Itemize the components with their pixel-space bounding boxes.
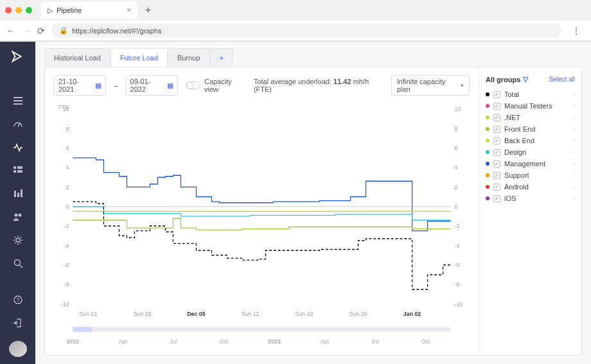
sidebar-icon-people[interactable] bbox=[12, 212, 24, 222]
underload-prefix: Total average underload: bbox=[254, 78, 333, 85]
toggle-switch-icon bbox=[186, 82, 200, 89]
chevron-right-icon: › bbox=[573, 195, 575, 202]
checkbox[interactable]: ✓ bbox=[493, 103, 500, 110]
tabs-row: Historical Load Future Load Burnup + bbox=[35, 42, 591, 67]
tab-historical-load[interactable]: Historical Load bbox=[44, 48, 110, 67]
checkbox[interactable]: ✓ bbox=[493, 91, 500, 98]
color-swatch bbox=[486, 127, 490, 131]
color-swatch bbox=[486, 196, 490, 200]
app-logo-icon[interactable] bbox=[11, 49, 25, 65]
tab-future-load[interactable]: Future Load bbox=[110, 48, 168, 67]
checkbox[interactable]: ✓ bbox=[493, 160, 500, 168]
window-maximize-dot[interactable] bbox=[26, 7, 32, 13]
svg-rect-51 bbox=[73, 327, 91, 332]
checkbox[interactable]: ✓ bbox=[493, 137, 500, 144]
svg-text:Oct: Oct bbox=[421, 338, 430, 345]
date-to-value: 09-01-2022 bbox=[130, 78, 164, 93]
group-item[interactable]: ✓Android› bbox=[486, 181, 575, 193]
svg-text:Sun 21: Sun 21 bbox=[79, 310, 97, 318]
svg-text:-2: -2 bbox=[454, 222, 459, 230]
svg-text:6: 6 bbox=[66, 144, 69, 152]
groups-list: ✓Total›✓Manual Testers›✓.NET›✓Front End›… bbox=[486, 89, 575, 204]
checkbox[interactable]: ✓ bbox=[493, 172, 500, 179]
svg-text:-4: -4 bbox=[454, 241, 459, 249]
group-item[interactable]: ✓Management› bbox=[486, 158, 575, 169]
group-item[interactable]: ✓Back End› bbox=[486, 135, 575, 146]
sidebar-icon-pulse[interactable] bbox=[12, 143, 24, 153]
sidebar-icon-grid[interactable] bbox=[12, 166, 24, 176]
nav-forward-icon[interactable]: → bbox=[22, 26, 31, 36]
plan-label: Infinite capacity plan bbox=[397, 78, 458, 93]
svg-rect-7 bbox=[17, 170, 22, 173]
color-swatch bbox=[486, 92, 490, 96]
checkbox[interactable]: ✓ bbox=[493, 184, 500, 191]
user-avatar[interactable] bbox=[9, 341, 27, 357]
group-label: Back End bbox=[504, 137, 534, 144]
svg-rect-8 bbox=[14, 191, 16, 197]
window-close-dot[interactable] bbox=[5, 7, 12, 13]
sidebar-icon-search[interactable] bbox=[12, 258, 24, 268]
browser-tab[interactable]: ▷ Pipeline × bbox=[41, 2, 137, 19]
date-from-value: 21-10-2021 bbox=[58, 78, 93, 93]
svg-text:4: 4 bbox=[66, 164, 69, 171]
chevron-right-icon: › bbox=[573, 149, 575, 155]
sidebar-icon-logout[interactable] bbox=[12, 318, 24, 328]
nav-reload-icon[interactable]: ⟳ bbox=[37, 26, 45, 36]
capacity-toggle[interactable]: Capacity view bbox=[186, 78, 246, 93]
svg-text:Sun 28: Sun 28 bbox=[133, 310, 151, 318]
tab-burnup[interactable]: Burnup bbox=[168, 48, 209, 67]
date-range-dash: – bbox=[114, 82, 118, 89]
svg-text:-4: -4 bbox=[64, 241, 69, 249]
address-bar[interactable]: 🔒 https://epicflow.net/#!/graphs bbox=[51, 23, 561, 38]
select-all-link[interactable]: Select all bbox=[549, 76, 575, 83]
checkbox[interactable]: ✓ bbox=[493, 149, 500, 156]
all-groups-header[interactable]: All groups ▽ bbox=[486, 75, 528, 83]
chevron-down-icon: ▾ bbox=[461, 82, 464, 89]
svg-text:-8: -8 bbox=[454, 281, 459, 288]
tab-close-icon[interactable]: × bbox=[127, 6, 131, 15]
sidebar-icon-gear[interactable] bbox=[12, 235, 24, 245]
svg-text:-10: -10 bbox=[454, 300, 463, 308]
checkbox[interactable]: ✓ bbox=[493, 126, 500, 133]
chart-main[interactable]: -10-10-8-8-6-6-4-4-2-200224466881010FTES… bbox=[54, 102, 470, 322]
window-minimize-dot[interactable] bbox=[15, 7, 22, 13]
svg-text:0: 0 bbox=[454, 203, 457, 211]
date-to-input[interactable]: 09-01-2022 ▦ bbox=[126, 75, 178, 96]
color-swatch bbox=[486, 162, 490, 166]
new-tab-button[interactable]: + bbox=[145, 4, 151, 16]
svg-text:2023: 2023 bbox=[268, 338, 281, 345]
svg-text:-2: -2 bbox=[64, 222, 69, 230]
checkbox[interactable]: ✓ bbox=[493, 195, 500, 202]
color-swatch bbox=[486, 116, 490, 119]
lock-icon: 🔒 bbox=[59, 26, 68, 35]
group-item[interactable]: ✓Design› bbox=[486, 146, 575, 158]
group-item[interactable]: ✓Manual Testers› bbox=[486, 100, 575, 112]
group-item[interactable]: ✓Support› bbox=[486, 169, 575, 181]
sidebar-icon-bars[interactable] bbox=[12, 189, 24, 199]
svg-rect-5 bbox=[17, 166, 22, 169]
svg-text:10: 10 bbox=[454, 105, 461, 113]
svg-text:6: 6 bbox=[454, 144, 457, 152]
sidebar-icon-help[interactable]: ? bbox=[12, 295, 24, 305]
date-from-input[interactable]: 21-10-2021 ▦ bbox=[54, 75, 106, 96]
chart-overview[interactable]: 2022AprJulOct2023AprJulOct bbox=[54, 322, 470, 347]
nav-back-icon[interactable]: ← bbox=[6, 26, 15, 36]
group-item[interactable]: ✓Total› bbox=[486, 89, 575, 100]
group-item[interactable]: ✓Front End› bbox=[486, 123, 575, 135]
group-item[interactable]: ✓iOS› bbox=[486, 193, 575, 204]
svg-rect-0 bbox=[13, 97, 22, 98]
svg-text:Sun 19: Sun 19 bbox=[296, 310, 313, 318]
svg-text:-6: -6 bbox=[64, 261, 69, 269]
checkbox[interactable]: ✓ bbox=[493, 114, 500, 121]
underload-value: 11.42 bbox=[333, 78, 351, 85]
plan-dropdown[interactable]: Infinite capacity plan ▾ bbox=[391, 75, 470, 96]
group-item[interactable]: ✓.NET› bbox=[486, 112, 575, 123]
sidebar-icon-gauge[interactable] bbox=[12, 119, 24, 129]
content-area: 21-10-2021 ▦ – 09-01-2022 ▦ Capacity vie… bbox=[44, 67, 582, 356]
controls-bar: 21-10-2021 ▦ – 09-01-2022 ▦ Capacity vie… bbox=[54, 75, 470, 96]
group-label: Management bbox=[504, 160, 545, 168]
browser-menu-icon[interactable]: ⋮ bbox=[568, 26, 585, 36]
tab-add-button[interactable]: + bbox=[210, 48, 233, 67]
chevron-right-icon: › bbox=[573, 137, 575, 144]
sidebar-icon-list[interactable] bbox=[12, 96, 24, 106]
